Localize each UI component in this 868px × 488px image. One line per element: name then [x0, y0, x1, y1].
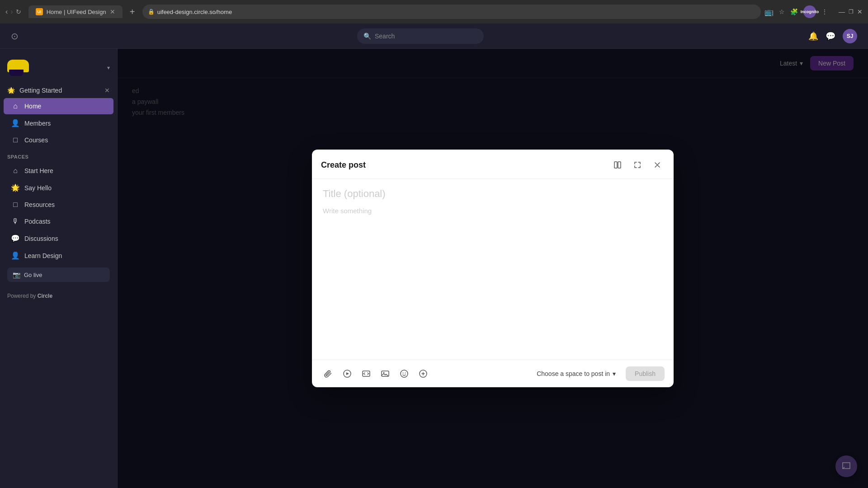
home-icon[interactable]: ⊙ — [11, 31, 19, 41]
logo-shape-bottom — [9, 70, 24, 76]
embed-icon — [362, 369, 371, 378]
search-icon: 🔍 — [363, 33, 371, 40]
publish-button[interactable]: Publish — [626, 366, 665, 381]
svg-point-6 — [401, 370, 408, 377]
emoji-button[interactable] — [397, 366, 411, 381]
video-button[interactable] — [340, 366, 354, 381]
split-view-button[interactable] — [610, 158, 625, 172]
browser-tab[interactable]: UI Home | UIFeed Design ✕ — [28, 5, 123, 18]
split-view-icon — [613, 161, 622, 169]
go-live-label: Go live — [24, 272, 42, 278]
go-live-icon: 📷 — [13, 271, 20, 278]
messages-icon[interactable]: 💬 — [826, 31, 835, 41]
incognito-label: Incognito — [801, 9, 819, 14]
nav-back[interactable]: ‹ — [5, 8, 8, 16]
embed-button[interactable] — [359, 366, 373, 381]
close-modal-button[interactable] — [650, 158, 665, 172]
nav-logo-area: ⊙ — [11, 31, 33, 42]
podcasts-icon: 🎙 — [11, 217, 20, 225]
nav-refresh[interactable]: ↻ — [16, 8, 21, 15]
go-live-button[interactable]: 📷 Go live — [7, 267, 110, 282]
sidebar-item-say-hello[interactable]: 🌟 Say Hello — [4, 179, 113, 196]
home-nav-icon: ⌂ — [11, 102, 20, 110]
discussions-icon: 💬 — [11, 234, 20, 243]
new-tab-button[interactable]: + — [126, 5, 139, 18]
attach-icon — [324, 369, 333, 378]
post-body-input[interactable] — [323, 207, 663, 343]
sidebar-item-home[interactable]: ⌂ Home — [4, 98, 113, 114]
menu-icon[interactable]: ⋮ — [821, 8, 828, 15]
svg-point-5 — [383, 372, 385, 374]
start-here-icon: ⌂ — [11, 167, 20, 175]
space-selector[interactable]: Choose a space to post in ▾ — [532, 367, 620, 380]
resources-icon: □ — [11, 201, 20, 209]
expand-button[interactable] — [630, 158, 645, 172]
podcasts-label: Podcasts — [24, 218, 51, 225]
extensions-icon[interactable]: 🧩 — [790, 8, 798, 15]
main-area: ▾ 🌟 Getting Started ✕ ⌂ Home 👤 Members □… — [0, 49, 868, 488]
tab-close-button[interactable]: ✕ — [110, 8, 115, 15]
svg-rect-0 — [614, 162, 617, 168]
toolbar-icons — [321, 366, 430, 381]
sidebar-item-discussions[interactable]: 💬 Discussions — [4, 230, 113, 247]
expand-icon — [633, 161, 642, 169]
notification-icon[interactable]: 🔔 — [808, 31, 818, 41]
learn-design-label: Learn Design — [24, 252, 62, 259]
image-icon — [381, 369, 390, 378]
sidebar: ▾ 🌟 Getting Started ✕ ⌂ Home 👤 Members □… — [0, 49, 118, 488]
discussions-label: Discussions — [24, 235, 58, 242]
sidebar-item-courses[interactable]: □ Courses — [4, 132, 113, 148]
home-nav-label: Home — [24, 103, 41, 110]
browser-actions: 📺 ☆ 🧩 Incognito ⋮ — [764, 5, 828, 18]
resources-label: Resources — [24, 201, 55, 208]
add-button[interactable] — [416, 366, 430, 381]
add-icon — [419, 369, 428, 378]
app-container: ⊙ 🔍 Search 🔔 💬 SJ ▾ — [0, 23, 868, 488]
post-title-input[interactable] — [323, 188, 663, 200]
say-hello-label: Say Hello — [24, 184, 52, 192]
svg-rect-1 — [618, 162, 621, 168]
incognito-avatar[interactable]: Incognito — [803, 5, 816, 18]
top-nav-actions: 🔔 💬 SJ — [808, 29, 857, 43]
publish-label: Publish — [635, 370, 656, 377]
modal-overlay[interactable]: Create post — [118, 49, 868, 488]
window-close[interactable]: ✕ — [857, 8, 863, 15]
url-text: uifeed-design.circle.so/home — [157, 9, 232, 15]
search-area: 🔍 Search — [33, 28, 808, 44]
content-area: Latest ▾ New Post ed a paywall your firs… — [118, 49, 868, 488]
sidebar-item-learn-design[interactable]: 👤 Learn Design — [4, 247, 113, 264]
video-icon — [343, 369, 352, 378]
modal-actions — [610, 158, 665, 172]
sidebar-item-resources[interactable]: □ Resources — [4, 197, 113, 213]
sidebar-item-members[interactable]: 👤 Members — [4, 115, 113, 131]
search-bar[interactable]: 🔍 Search — [357, 28, 484, 44]
sidebar-chevron-icon[interactable]: ▾ — [107, 65, 110, 71]
lock-icon: 🔒 — [148, 9, 155, 15]
sidebar-item-start-here[interactable]: ⌂ Start Here — [4, 163, 113, 179]
close-modal-icon — [653, 161, 661, 169]
address-bar[interactable]: 🔒 uifeed-design.circle.so/home — [142, 5, 761, 19]
user-avatar[interactable]: SJ — [843, 29, 857, 43]
window-maximize[interactable]: ❐ — [849, 9, 854, 15]
bookmark-icon[interactable]: ☆ — [779, 8, 785, 15]
sidebar-logo: ▾ — [0, 56, 117, 83]
browser-chrome: ‹ › ↻ UI Home | UIFeed Design ✕ + 🔒 uife… — [0, 0, 868, 23]
svg-point-8 — [405, 373, 406, 374]
say-hello-icon: 🌟 — [11, 183, 20, 192]
nav-forward: › — [10, 8, 13, 16]
cast-icon[interactable]: 📺 — [764, 8, 774, 16]
image-button[interactable] — [378, 366, 392, 381]
members-nav-label: Members — [24, 120, 51, 127]
modal-title: Create post — [321, 160, 610, 170]
powered-by: Powered by Circle — [0, 286, 117, 306]
attach-button[interactable] — [321, 366, 335, 381]
spaces-heading: Spaces — [0, 149, 117, 162]
window-minimize[interactable]: — — [839, 8, 845, 15]
getting-started-close[interactable]: ✕ — [104, 87, 110, 94]
courses-nav-icon: □ — [11, 136, 20, 144]
sidebar-item-podcasts[interactable]: 🎙 Podcasts — [4, 213, 113, 230]
getting-started-icon: 🌟 — [7, 87, 15, 94]
modal-header: Create post — [312, 150, 674, 179]
getting-started-bar[interactable]: 🌟 Getting Started ✕ — [0, 83, 117, 98]
user-initials: SJ — [847, 33, 854, 39]
